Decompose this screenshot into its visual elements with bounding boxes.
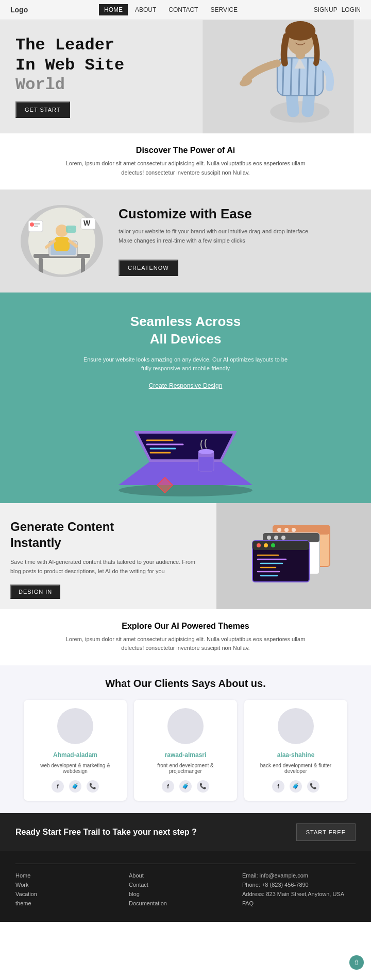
- cta-text: Ready Start Free Trail to Take your next…: [15, 828, 197, 837]
- login-button[interactable]: LOGIN: [342, 6, 361, 13]
- nav-home[interactable]: HOME: [99, 4, 128, 15]
- client-name-3: alaa-shahine: [277, 751, 315, 759]
- svg-point-57: [257, 543, 261, 547]
- seamless-illustration: [15, 400, 356, 503]
- customize-description: tailor your website to fit your brand wi…: [119, 227, 314, 245]
- signup-button[interactable]: SIGNUP: [314, 6, 338, 13]
- facebook-icon-1[interactable]: f: [52, 780, 64, 793]
- facebook-icon-2[interactable]: f: [162, 780, 174, 793]
- client-icons-3: f 🧳 📞: [272, 780, 319, 793]
- svg-point-26: [30, 222, 34, 227]
- client-card-2: rawad-almasri front-end development & pr…: [134, 700, 237, 801]
- generate-right: [216, 503, 371, 609]
- svg-point-43: [198, 449, 214, 454]
- footer: Home Work Vacation theme About Contact b…: [0, 851, 371, 922]
- nav-links: HOME ABOUT CONTACT SERVICE: [99, 4, 243, 15]
- phone-icon-2[interactable]: 📞: [197, 780, 209, 793]
- footer-link-theme[interactable]: theme: [15, 900, 129, 906]
- client-role-2: front-end development & projectmanger: [142, 763, 229, 774]
- cta-banner: Ready Start Free Trail to Take your next…: [0, 813, 371, 851]
- seamless-section: Seamless AcrossAll Devices Ensure your w…: [0, 293, 371, 503]
- footer-divider: [15, 864, 356, 864]
- svg-rect-56: [252, 541, 309, 550]
- generate-svg: [242, 515, 345, 597]
- laptop-svg: [82, 405, 289, 498]
- footer-phone: Phone: +8 (823) 456-7890: [242, 882, 356, 888]
- customize-svg: W ···: [21, 205, 103, 277]
- footer-link-documentation[interactable]: Documentation: [129, 900, 242, 906]
- footer-link-contact[interactable]: Contact: [129, 882, 242, 888]
- discover-description: Lorem, ipsum dolor sit amet consectetur …: [57, 159, 314, 177]
- themes-description: Lorem, ipsum dolor sit amet consectetur …: [57, 635, 314, 653]
- phone-icon-3[interactable]: 📞: [307, 780, 319, 793]
- svg-marker-34: [119, 462, 252, 485]
- hero-title-line3: World: [15, 75, 356, 94]
- generate-description: Save time with AI-generated content that…: [10, 558, 206, 576]
- footer-link-blog[interactable]: blog: [129, 891, 242, 897]
- seamless-title: Seamless AcrossAll Devices: [15, 313, 356, 348]
- client-icons-1: f 🧳 📞: [52, 780, 99, 793]
- client-icons-2: f 🧳 📞: [162, 780, 209, 793]
- customize-text: Customize with Ease tailor your website …: [119, 206, 314, 276]
- footer-faq[interactable]: FAQ: [242, 900, 356, 906]
- customize-title: Customize with Ease: [119, 206, 314, 222]
- svg-rect-27: [34, 223, 40, 225]
- customize-section: W ··· Customize with Ease tailor your we…: [0, 190, 371, 293]
- footer-columns: Home Work Vacation theme About Contact b…: [15, 872, 356, 909]
- generate-title: Generate ContentInstantly: [10, 519, 206, 551]
- nav-actions: SIGNUP LOGIN: [314, 6, 361, 13]
- phone-icon-1[interactable]: 📞: [87, 780, 99, 793]
- footer-email: Email: info@example.com: [242, 872, 356, 879]
- client-name-1: Ahmad-aladam: [53, 751, 97, 759]
- nav-contact[interactable]: CONTACT: [163, 4, 203, 15]
- footer-col-2: About Contact blog Documentation: [129, 872, 242, 909]
- svg-point-58: [264, 543, 268, 547]
- svg-point-33: [119, 484, 252, 496]
- hero-text: The Leader In Web Site World GET START: [15, 36, 356, 118]
- generate-left: Generate ContentInstantly Save time with…: [0, 503, 216, 609]
- briefcase-icon-3[interactable]: 🧳: [290, 780, 302, 793]
- nav-about[interactable]: ABOUT: [130, 4, 161, 15]
- svg-text:···: ···: [68, 228, 71, 232]
- svg-rect-17: [39, 258, 43, 273]
- client-name-2: rawad-almasri: [165, 751, 207, 759]
- clients-title: What Our Clients Says About us.: [10, 678, 361, 690]
- svg-point-52: [267, 536, 271, 540]
- footer-link-work[interactable]: Work: [15, 882, 129, 888]
- discover-section: Discover The Power of Ai Lorem, ipsum do…: [0, 133, 371, 190]
- clients-section: What Our Clients Says About us. Ahmad-al…: [0, 665, 371, 813]
- footer-link-vacation[interactable]: Vacation: [15, 891, 129, 897]
- briefcase-icon-2[interactable]: 🧳: [179, 780, 192, 793]
- generate-section: Generate ContentInstantly Save time with…: [0, 503, 371, 609]
- facebook-icon-3[interactable]: f: [272, 780, 284, 793]
- footer-link-home[interactable]: Home: [15, 872, 129, 879]
- customize-cta-button[interactable]: CREATENOW: [119, 260, 178, 276]
- hero-title-line1: The Leader: [15, 36, 356, 55]
- generate-cta-button[interactable]: DESIGN IN: [10, 584, 60, 599]
- cta-start-button[interactable]: START FREE: [296, 823, 356, 841]
- client-role-3: back-end development & flutter developer: [252, 763, 339, 774]
- svg-point-59: [271, 543, 275, 547]
- themes-section: Explore Our AI Powered Themes Lorem, ips…: [0, 609, 371, 665]
- client-card-1: Ahmad-aladam web developent & marketing …: [24, 700, 127, 801]
- svg-marker-36: [138, 434, 233, 459]
- footer-col-1: Home Work Vacation theme: [15, 872, 129, 909]
- svg-rect-22: [54, 237, 70, 251]
- svg-rect-28: [34, 226, 38, 227]
- briefcase-icon-1[interactable]: 🧳: [69, 780, 81, 793]
- client-card-3: alaa-shahine back-end development & flut…: [244, 700, 347, 801]
- svg-text:W: W: [83, 219, 91, 227]
- footer-link-about[interactable]: About: [129, 872, 242, 879]
- hero-cta-button[interactable]: GET START: [15, 101, 70, 118]
- seamless-link[interactable]: Create Responsive Design: [149, 382, 223, 389]
- seamless-description: Ensure your website looks amazing on any…: [82, 355, 289, 373]
- customize-illustration: W ···: [21, 205, 103, 277]
- client-role-1: web developent & marketing & webdesign: [32, 763, 119, 774]
- discover-title: Discover The Power of Ai: [31, 146, 340, 155]
- svg-point-48: [284, 528, 289, 532]
- footer-address: Address: 823 Main Street,Anytown, USA: [242, 891, 356, 897]
- client-avatar-3: [278, 708, 314, 744]
- svg-rect-18: [81, 258, 85, 273]
- nav-service[interactable]: SERVICE: [205, 4, 242, 15]
- client-avatar-1: [57, 708, 93, 744]
